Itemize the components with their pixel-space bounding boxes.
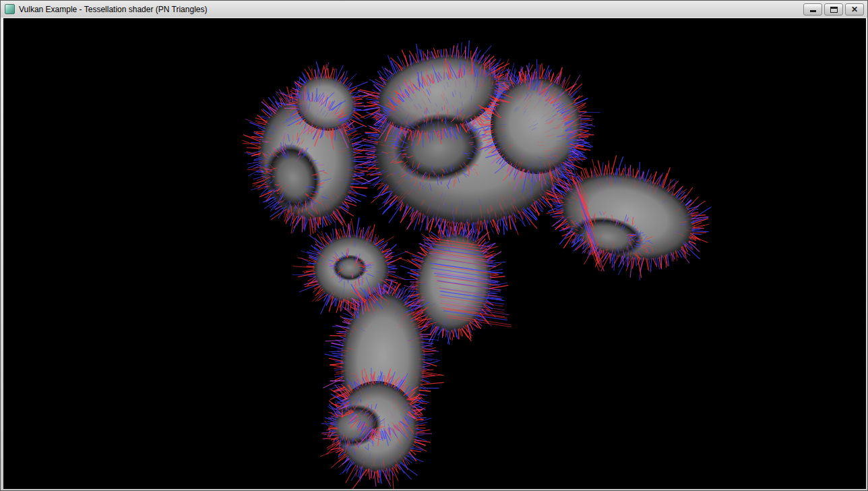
- vulkan-app-icon: [5, 4, 15, 14]
- app-window: Vulkan Example - Tessellation shader (PN…: [0, 0, 868, 491]
- render-canvas[interactable]: [3, 18, 866, 489]
- render-viewport: [3, 18, 866, 489]
- minimize-button[interactable]: [803, 3, 822, 16]
- maximize-icon: [830, 7, 838, 13]
- close-button[interactable]: ✕: [845, 3, 864, 16]
- close-icon: ✕: [851, 5, 858, 14]
- minimize-icon: [810, 10, 816, 12]
- titlebar[interactable]: Vulkan Example - Tessellation shader (PN…: [1, 1, 867, 18]
- window-controls: ✕: [803, 3, 864, 16]
- window-title: Vulkan Example - Tessellation shader (PN…: [19, 5, 207, 14]
- maximize-button[interactable]: [824, 3, 843, 16]
